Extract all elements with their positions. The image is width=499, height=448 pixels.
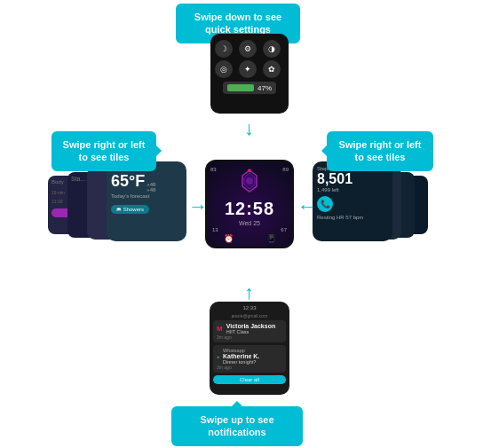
notif1-ago: 3m ago — [217, 334, 282, 340]
center-bottom-icons: ⏰ 📱 — [207, 234, 292, 243]
qs-icon-gear: ⚙ — [239, 40, 257, 58]
notif-time: 12:33 — [213, 305, 286, 310]
qs-icon-moon: ☽ — [215, 40, 233, 58]
watch-quick-settings: ☽ ⚙ ◑ ◎ ✦ ✿ 47% — [210, 34, 289, 114]
watch-notifications: 12:33 jessie@gmail.com M Victoria Jackso… — [210, 302, 289, 395]
notif2-ago: 3m ago — [217, 365, 282, 370]
battery-label: 47% — [257, 84, 272, 92]
notif1-name: Victoria Jackson — [226, 323, 276, 329]
right-hr: Resting HR 57 bpm — [317, 215, 388, 220]
center-stats: 83 ♥ 89 — [207, 167, 292, 175]
notif2-name: Katherine K. — [223, 353, 259, 359]
center-stat-bl: 13 — [212, 227, 218, 232]
callout-left-text: Swipe right or left to see tiles — [63, 139, 146, 162]
left-forecast: Today's forecast — [111, 193, 182, 199]
clear-btn-label: Clear all — [240, 377, 259, 382]
left-temp: 65°F — [111, 172, 145, 191]
callout-bottom-text: Swipe up to see notifications — [200, 414, 273, 437]
qs-icon-star: ✦ — [239, 60, 257, 78]
arrow-left-right: ← — [297, 195, 317, 218]
diagram: Swipe down to see quick settings ☽ ⚙ ◑ ◎… — [0, 0, 499, 448]
qs-icon-circle: ◎ — [215, 60, 233, 78]
callout-left: Swipe right or left to see tiles — [51, 131, 156, 171]
arrow-down-top: ↓ — [244, 117, 254, 140]
right-steps-sub: 1,499 left — [317, 187, 388, 193]
center-date: Wed 25 — [239, 220, 260, 226]
arrow-right-left: → — [188, 195, 208, 218]
callout-right: Swipe right or left to see tiles — [327, 131, 433, 171]
phone-icon: 📱 — [266, 234, 276, 243]
qs-battery: 47% — [223, 82, 276, 94]
notif-item-1: M Victoria Jackson HIIT Class 3m ago — [213, 320, 286, 342]
watch-left-tiles: San Francisco 65°F +48+48 Today's foreca… — [107, 161, 186, 241]
arrow-up-bottom: ↑ — [244, 281, 254, 304]
notif-w-icon: ● — [217, 354, 219, 359]
svg-point-2 — [246, 177, 253, 185]
center-time: 12:58 — [225, 199, 274, 219]
notif-m-icon: M — [217, 325, 223, 333]
watch-center-face: 83 ♥ 89 12:58 Wed 25 13 67 ⏰ 📱 — [205, 160, 294, 248]
left-weather: 🌧 Showers — [111, 205, 149, 214]
watch-right-tiles: Steps 8,501 1,499 left 📞 Resting HR 57 b… — [313, 161, 392, 241]
notif-item-2: ● Whatsapp Katherine K. Dinner tonight? … — [213, 345, 286, 373]
right-call-icon: 📞 — [317, 196, 333, 212]
alarm-icon: ⏰ — [224, 234, 234, 243]
notif-clear-btn[interactable]: Clear all — [213, 375, 286, 384]
callout-right-text: Swipe right or left to see tiles — [339, 139, 422, 162]
notif1-class: HIIT Class — [226, 329, 276, 334]
qs-icon-sun: ✿ — [263, 60, 281, 78]
notif-email: jessie@gmail.com — [213, 313, 286, 318]
right-steps: 8,501 — [317, 171, 388, 187]
qs-icon-crescent: ◑ — [263, 40, 281, 58]
weather-icon: 🌧 — [116, 207, 123, 212]
callout-bottom: Swipe up to see notifications — [171, 406, 303, 446]
callout-top-text: Swipe down to see quick settings — [194, 12, 281, 35]
center-stat-br: 67 — [281, 227, 287, 232]
